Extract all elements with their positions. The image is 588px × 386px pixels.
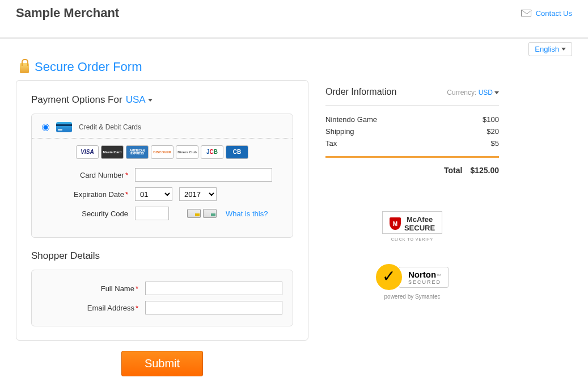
order-item-price: $20: [487, 127, 499, 136]
order-total-label: Total: [444, 166, 462, 175]
visa-logo: VISA: [76, 145, 99, 159]
mcafee-badge: M McAfee SECURE: [382, 211, 442, 234]
cvv-card-back-icon: [187, 209, 201, 218]
what-is-this-link[interactable]: What is this?: [226, 209, 268, 218]
security-code-row: Security Code What is this?: [32, 207, 293, 220]
payment-method-label: Credit & Debit Cards: [79, 123, 141, 131]
norton-row: ✓ Norton™ SECURED: [376, 264, 449, 290]
chevron-down-icon: [148, 99, 153, 102]
secure-order-header: Secure Order Form: [0, 60, 588, 80]
mcafee-verify-label: CLICK TO VERIFY: [382, 237, 442, 241]
language-current: English: [535, 45, 559, 53]
cvv-card-front-icon: [203, 209, 217, 218]
shopper-details-box: Full Name* Email Address*: [31, 270, 293, 326]
chevron-down-icon: [561, 48, 566, 51]
full-name-input[interactable]: [145, 282, 282, 295]
order-total-amount: $125.00: [470, 166, 499, 175]
amex-logo: AMERICAN EXPRESS: [126, 145, 149, 159]
language-row: English: [0, 39, 588, 60]
exp-year-select[interactable]: 2017: [179, 187, 217, 201]
order-items-list: Nintendo Game $100 Shipping $20 Tax $5: [325, 106, 499, 158]
mcafee-shield-icon: M: [390, 217, 401, 230]
top-bar: Sample Merchant Contact Us: [0, 0, 588, 39]
expiration-row: Expiration Date* 01 2017: [32, 187, 293, 201]
payment-method-header: Credit & Debit Cards: [32, 114, 293, 139]
mcafee-badge-wrap[interactable]: M McAfee SECURE CLICK TO VERIFY: [382, 211, 442, 241]
chevron-down-icon: [494, 91, 499, 94]
content-area: Payment Options For USA Credit & Debit C…: [0, 80, 588, 386]
credit-card-icon: [56, 122, 72, 132]
contact-us-link[interactable]: Contact Us: [536, 9, 572, 18]
language-selector[interactable]: English: [528, 42, 572, 56]
payment-options-title: Payment Options For USA: [31, 94, 293, 106]
card-number-row: Card Number*: [32, 168, 293, 182]
payment-country: USA: [126, 94, 146, 106]
order-info-title: Order Information: [325, 87, 396, 97]
email-row: Email Address*: [42, 301, 282, 314]
payment-options-prefix: Payment Options For: [31, 94, 122, 106]
norton-badge[interactable]: ✓ Norton™ SECURED powered by Symantec: [376, 264, 449, 300]
order-item-name: Shipping: [325, 127, 354, 136]
expiration-label: Expiration Date*: [32, 190, 128, 199]
full-name-label: Full Name*: [42, 284, 138, 293]
order-total-row: Total $125.00: [325, 158, 499, 183]
order-item-price: $5: [491, 139, 499, 148]
security-code-input[interactable]: [135, 207, 169, 220]
discover-logo: DISCOVER: [151, 145, 174, 159]
contact-us-wrap: Contact Us: [521, 9, 572, 18]
norton-check-icon: ✓: [376, 264, 402, 290]
security-code-label: Security Code: [32, 209, 128, 218]
mcafee-content: M McAfee SECURE: [390, 215, 435, 232]
card-logo-row: VISA MasterCard AMERICAN EXPRESS DISCOVE…: [32, 139, 293, 168]
mcafee-text: McAfee SECURE: [404, 215, 435, 232]
mail-icon: [521, 10, 531, 16]
currency-label: Currency:: [447, 89, 476, 96]
currency-selector[interactable]: USD: [479, 89, 499, 96]
order-header-row: Order Information Currency: USD: [325, 80, 499, 106]
left-column: Payment Options For USA Credit & Debit C…: [16, 80, 308, 386]
currency-selector-wrap: Currency: USD: [447, 89, 499, 96]
merchant-name: Sample Merchant: [16, 6, 119, 20]
order-item-name: Tax: [325, 139, 337, 148]
email-label: Email Address*: [42, 304, 138, 312]
order-line: Nintendo Game $100: [325, 114, 499, 125]
payment-method-box: Credit & Debit Cards VISA MasterCard AME…: [31, 114, 293, 238]
diners-logo: Diners Club: [176, 145, 198, 159]
card-number-label: Card Number*: [32, 171, 128, 179]
submit-button[interactable]: Submit: [121, 351, 203, 376]
cb-logo: CB: [226, 145, 248, 159]
card-number-input[interactable]: [135, 168, 272, 182]
email-input[interactable]: [145, 301, 282, 314]
payment-panel: Payment Options For USA Credit & Debit C…: [16, 80, 308, 341]
norton-secured: SECURED: [408, 279, 441, 285]
norton-powered: powered by Symantec: [376, 293, 449, 300]
lock-icon: [20, 63, 29, 73]
jcb-logo: JCB: [201, 145, 223, 159]
trust-badges: M McAfee SECURE CLICK TO VERIFY ✓ Norton…: [325, 183, 499, 300]
full-name-row: Full Name*: [42, 282, 282, 295]
exp-month-select[interactable]: 01: [135, 187, 172, 201]
submit-row: Submit: [16, 341, 308, 386]
order-line: Tax $5: [325, 137, 499, 149]
currency-code: USD: [479, 89, 493, 96]
shopper-details-title: Shopper Details: [31, 250, 293, 262]
order-line: Shipping $20: [325, 125, 499, 137]
cvv-hint-icons: [187, 209, 217, 218]
payment-country-selector[interactable]: USA: [126, 94, 153, 106]
order-item-name: Nintendo Game: [325, 115, 377, 124]
norton-text-box: Norton™ SECURED: [399, 267, 449, 288]
order-sidebar: Order Information Currency: USD Nintendo…: [325, 80, 499, 300]
order-item-price: $100: [483, 115, 499, 124]
payment-method-radio[interactable]: [42, 124, 49, 131]
secure-order-title: Secure Order Form: [35, 60, 142, 74]
norton-name: Norton: [408, 270, 436, 279]
mastercard-logo: MasterCard: [101, 145, 124, 159]
